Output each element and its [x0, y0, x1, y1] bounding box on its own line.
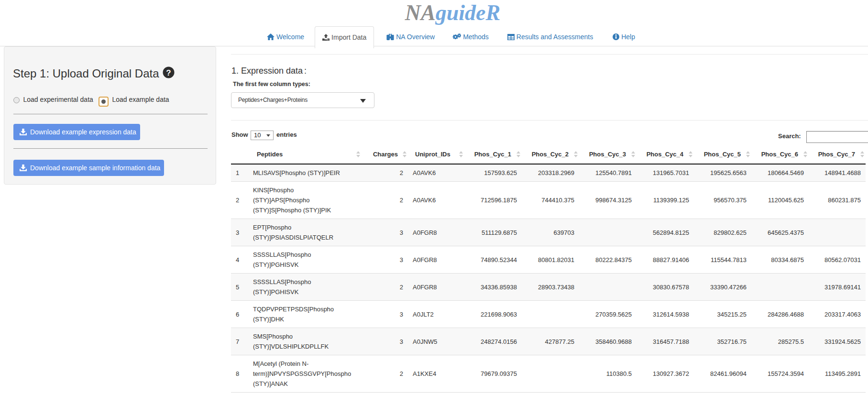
- svg-text:?: ?: [166, 68, 171, 77]
